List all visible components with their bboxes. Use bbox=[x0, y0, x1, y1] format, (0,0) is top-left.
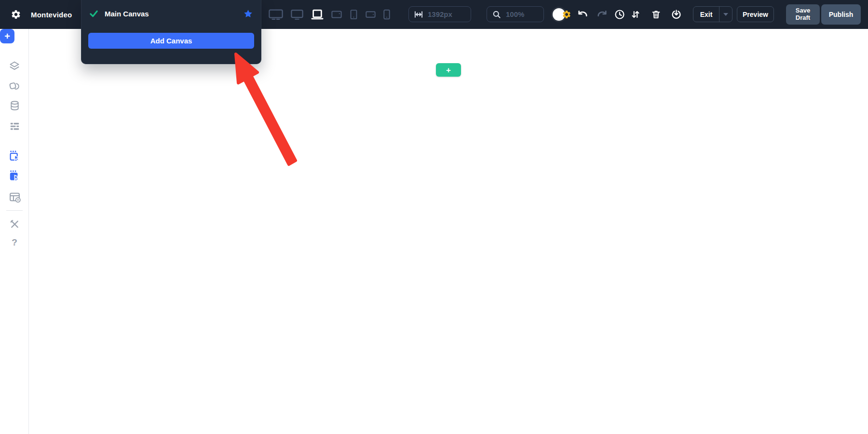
zoom-level-input[interactable]: 100% bbox=[487, 6, 544, 22]
project-title: Montevideo bbox=[31, 0, 72, 29]
canvas-list-item-main[interactable]: Main Canvas bbox=[81, 0, 261, 27]
exit-button[interactable]: Exit bbox=[693, 6, 732, 22]
canvas-width-input[interactable]: 1392px bbox=[408, 6, 471, 22]
exit-button-label: Exit bbox=[693, 11, 719, 18]
magnifier-icon bbox=[492, 10, 502, 19]
select-instance-icon bbox=[9, 170, 21, 182]
arrows-up-down-icon bbox=[630, 9, 641, 20]
publish-label: Publish bbox=[829, 11, 854, 18]
delete-button[interactable] bbox=[649, 0, 663, 29]
database-icon bbox=[9, 100, 20, 111]
layers-panel-button[interactable] bbox=[0, 60, 29, 72]
settings-gear-button[interactable] bbox=[10, 0, 22, 29]
window-widget-button[interactable] bbox=[0, 191, 29, 203]
exit-dropdown-caret[interactable] bbox=[719, 7, 732, 22]
trash-icon bbox=[651, 9, 661, 20]
preview-button-label: Preview bbox=[743, 11, 768, 18]
import-button[interactable] bbox=[669, 0, 683, 29]
breakpoint-phone-landscape-icon[interactable] bbox=[366, 10, 376, 19]
publish-button[interactable]: Publish bbox=[821, 4, 861, 25]
content-rows-button[interactable] bbox=[0, 121, 29, 132]
resize-horizontal-icon bbox=[414, 10, 423, 19]
tools-button[interactable] bbox=[0, 218, 29, 230]
select-element-icon bbox=[9, 150, 21, 162]
left-toolbar: + bbox=[0, 29, 29, 434]
redo-button[interactable] bbox=[595, 0, 609, 29]
canvas-dropdown-panel: Main Canvas Add Canvas bbox=[81, 0, 261, 64]
sort-transfer-button[interactable] bbox=[629, 0, 642, 29]
history-button[interactable] bbox=[613, 0, 626, 29]
caret-down-icon bbox=[723, 13, 728, 16]
undo-button[interactable] bbox=[576, 0, 589, 29]
check-icon bbox=[89, 9, 98, 18]
redo-icon bbox=[596, 9, 608, 21]
gear-icon bbox=[11, 9, 21, 20]
breakpoint-desktop-icon[interactable] bbox=[291, 9, 303, 20]
add-canvas-button[interactable]: Add Canvas bbox=[88, 33, 254, 49]
breakpoint-desktop-large-icon[interactable] bbox=[269, 9, 283, 20]
add-element-button[interactable]: + bbox=[0, 29, 14, 43]
select-instance-tool[interactable] bbox=[0, 170, 29, 182]
preview-button[interactable]: Preview bbox=[737, 6, 774, 22]
add-section-button[interactable]: + bbox=[436, 63, 461, 77]
tools-icon bbox=[9, 218, 20, 230]
canvas-width-value: 1392px bbox=[428, 10, 452, 18]
save-draft-label: Save Draft bbox=[790, 7, 816, 22]
database-button[interactable] bbox=[0, 100, 29, 111]
undo-icon bbox=[577, 9, 589, 21]
star-icon[interactable] bbox=[243, 9, 253, 19]
shapes-icon bbox=[9, 80, 20, 92]
layers-icon bbox=[9, 60, 20, 72]
mode-toggle[interactable] bbox=[553, 0, 577, 29]
download-circle-icon bbox=[671, 9, 682, 20]
main-canvas[interactable] bbox=[29, 29, 868, 434]
window-widget-icon bbox=[9, 191, 21, 203]
breakpoint-switcher bbox=[269, 0, 390, 29]
breakpoint-laptop-icon[interactable] bbox=[311, 9, 324, 20]
help-button[interactable]: ? bbox=[0, 237, 29, 248]
design-assets-button[interactable] bbox=[0, 80, 29, 92]
breakpoint-phone-portrait-icon[interactable] bbox=[383, 9, 390, 20]
save-draft-button[interactable]: Save Draft bbox=[786, 4, 820, 25]
breakpoint-tablet-landscape-icon[interactable] bbox=[331, 10, 342, 19]
sidebar-divider bbox=[6, 210, 23, 211]
canvas-name-label: Main Canvas bbox=[105, 10, 237, 18]
zoom-level-value: 100% bbox=[506, 10, 524, 18]
select-element-tool[interactable] bbox=[0, 150, 29, 162]
clock-icon bbox=[614, 9, 625, 20]
breakpoint-tablet-portrait-icon[interactable] bbox=[350, 9, 358, 20]
yellow-gear-icon bbox=[562, 10, 571, 19]
rows-icon bbox=[9, 121, 20, 132]
